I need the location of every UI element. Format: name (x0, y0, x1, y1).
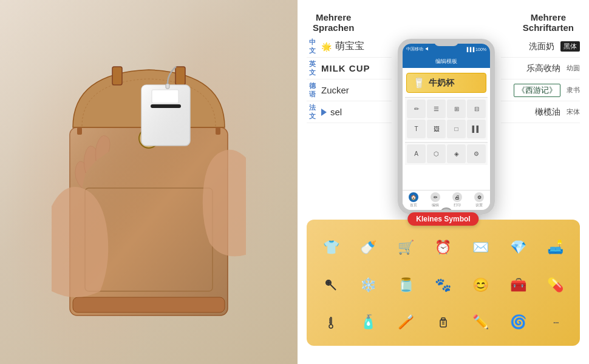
symbol-paw: 🐾 (426, 268, 461, 303)
lang-row-chinese: 中文 🌟 萌宝宝 (307, 36, 392, 58)
phone-toolbar: ✏ ☰ ⊞ ⊟ T 🖼 □ ▌▌ (405, 97, 488, 140)
toolbar-icon-edit: ✏ (407, 99, 426, 118)
svg-point-19 (327, 281, 330, 284)
symbol-diamond: 💎 (501, 231, 536, 265)
font-row-fancy: 《西游记》 隶书 (501, 79, 580, 101)
symbols-section-wrapper: Kleines Symbol 👕 🍼 🛒 ⏰ ✉️ 💎 🛋️ ❄️ 🫙 🐾 😊 … (307, 217, 580, 346)
toolbar-icon-list: ☰ (427, 99, 446, 118)
svg-rect-14 (151, 104, 181, 108)
phone-notch (434, 41, 458, 46)
symbol-couch: 🛋️ (538, 231, 573, 265)
svg-rect-8 (216, 127, 220, 135)
phone-section: 中国移动 ◀ ▐▐▐ 100% 编辑模板 🥛 牛奶杯 (398, 36, 495, 206)
symbol-clock: ⏰ (426, 231, 461, 265)
symbols-grid: 👕 🍼 🛒 ⏰ ✉️ 💎 🛋️ ❄️ 🫙 🐾 😊 🧰 💊 (314, 231, 573, 340)
font-row-round: 乐高收纳 幼圆 (501, 58, 580, 79)
feature2-title: Mehrere Schriftarten (523, 12, 574, 33)
symbol-cart: 🛒 (389, 231, 423, 265)
feature1-title: Mehrere Sprachen (313, 12, 354, 33)
symbol-pencil: ✏️ (463, 305, 498, 340)
svg-rect-21 (330, 317, 332, 324)
product-photo-panel (0, 0, 298, 364)
svg-rect-11 (175, 67, 185, 85)
lang-row-english: 英文 MILK CUP (307, 58, 392, 79)
symbol-more: ··· (538, 305, 573, 340)
phone-header: 编辑模板 (403, 55, 490, 68)
symbol-toothbrush: 🪥 (389, 305, 423, 340)
toolbar-icon-image: 🖼 (427, 120, 446, 138)
nav-settings-icon: ⚙ (474, 192, 484, 202)
phone-toolbar-2: A ⬡ ◈ ⚙ (405, 142, 488, 165)
svg-rect-16 (166, 84, 169, 89)
svg-rect-10 (112, 67, 122, 85)
symbol-cream (426, 305, 461, 340)
symbol-firstaid: 🧰 (501, 268, 536, 303)
symbol-spray: 🧴 (352, 305, 386, 340)
symbol-pill: 💊 (538, 268, 573, 303)
lang-row-german: 德语 Zucker (307, 79, 392, 101)
svg-rect-15 (152, 90, 179, 103)
symbol-face: 😊 (463, 268, 498, 303)
symbol-snowflake: ❄️ (352, 268, 386, 303)
svg-line-18 (330, 285, 336, 290)
symbol-bottle: 🍼 (352, 231, 386, 265)
toolbar-icon-a2: ⬡ (427, 144, 446, 163)
toolbar-icon-shape: □ (447, 120, 466, 138)
symbols-badge: Kleines Symbol (407, 212, 478, 226)
nav-edit-icon: ✏ (431, 192, 440, 202)
right-features-panel: Mehrere Sprachen Mehrere Schriftarten 中文… (298, 0, 589, 364)
toolbar-icon-layout: ⊞ (447, 99, 466, 118)
fr-arrow-icon (321, 109, 327, 116)
font-row-song: 橄榄油 宋体 (501, 101, 580, 123)
symbol-jar: 🫙 (389, 268, 423, 303)
nav-btn-edit[interactable]: ✏ 编辑 (431, 192, 440, 208)
nav-btn-home[interactable]: 🏠 首页 (409, 192, 418, 208)
fonts-column: 洗面奶 黑体 乐高收纳 幼圆 《西游记》 隶书 橄榄油 宋体 (501, 36, 580, 206)
nav-home-icon: 🏠 (409, 192, 418, 202)
symbol-fan: 🌀 (501, 305, 536, 340)
svg-point-20 (329, 325, 333, 328)
symbol-wrench (314, 268, 349, 303)
toolbar-icon-a3: ◈ (447, 144, 466, 163)
svg-rect-7 (77, 127, 82, 135)
nav-print-icon: 🖨 (452, 192, 462, 202)
phone-mockup: 中国移动 ◀ ▐▐▐ 100% 编辑模板 🥛 牛奶杯 (398, 39, 495, 215)
nav-btn-settings[interactable]: ⚙ 设置 (474, 192, 484, 208)
label-preview: 🥛 牛奶杯 (406, 73, 486, 93)
symbols-section: Kleines Symbol 👕 🍼 🛒 ⏰ ✉️ 💎 🛋️ ❄️ 🫙 🐾 😊 … (307, 220, 580, 346)
svg-rect-25 (440, 320, 446, 327)
phone-content: 🥛 牛奶杯 ✏ ☰ ⊞ ⊟ T 🖼 □ ▌▌ (403, 68, 490, 190)
toolbar-icon-a1: A (407, 144, 426, 163)
lang-row-french: 法文 sel (307, 101, 392, 123)
phone-screen: 中国移动 ◀ ▐▐▐ 100% 编辑模板 🥛 牛奶杯 (403, 44, 490, 210)
toolbar-icon-a4: ⚙ (467, 144, 486, 163)
nav-btn-print[interactable]: 🖨 打印 (452, 192, 462, 208)
symbol-envelope: ✉️ (463, 231, 498, 265)
svg-rect-9 (73, 297, 225, 312)
bag-illustration (52, 36, 246, 340)
font-row-black: 洗面奶 黑体 (501, 36, 580, 58)
languages-column: 中文 🌟 萌宝宝 英文 MILK CUP 德语 Zucker 法文 sel (307, 36, 392, 206)
toolbar-icon-grid: ⊟ (467, 99, 486, 118)
main-features-row: 中文 🌟 萌宝宝 英文 MILK CUP 德语 Zucker 法文 sel (307, 36, 580, 206)
toolbar-icon-barcode: ▌▌ (467, 120, 486, 138)
feature-headers: Mehrere Sprachen Mehrere Schriftarten (307, 12, 580, 33)
svg-rect-26 (441, 318, 445, 320)
bag-container (52, 36, 246, 328)
toolbar-icon-text: T (407, 120, 426, 138)
symbol-thermometer (314, 305, 349, 340)
symbol-clothing: 👕 (314, 231, 349, 265)
label-milk-icon: 🥛 (413, 77, 425, 89)
